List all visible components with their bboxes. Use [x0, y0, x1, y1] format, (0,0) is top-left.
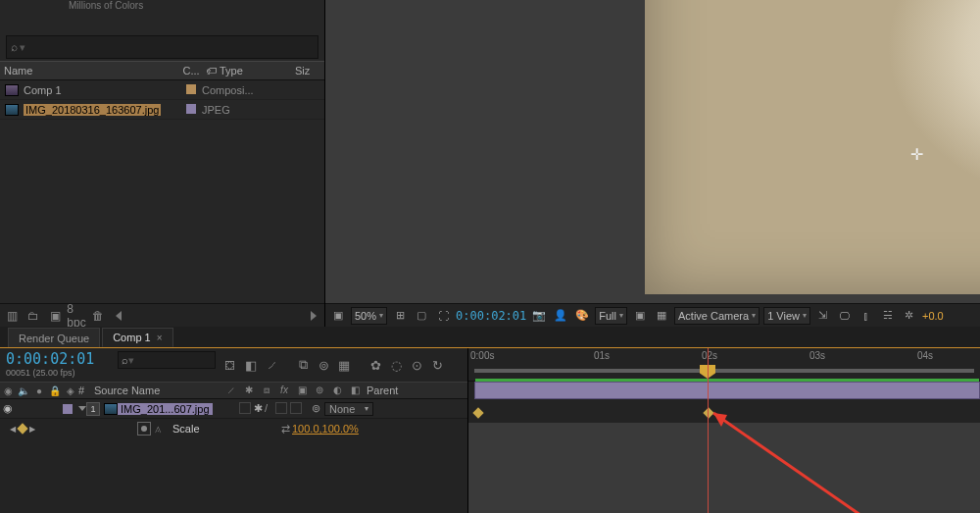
project-items-list[interactable]: Comp 1 Composi... IMG_20180316_163607.jp… [0, 80, 324, 303]
trash-icon[interactable]: 🗑 [90, 308, 106, 324]
layer-row[interactable]: ◉ 1 IMG_201...607.jpg ✱ / ⊚ None▾ [0, 399, 467, 419]
new-comp-icon[interactable]: ▣ [47, 308, 63, 324]
exposure-button[interactable]: +0.0 [922, 307, 944, 325]
draft3d-icon[interactable]: ◧ [242, 356, 260, 374]
property-row-scale[interactable]: ◀▶ ⟑ Scale ⇄ 100.0,100.0% [0, 419, 467, 438]
brainstorm-icon[interactable]: ✿ [367, 356, 384, 374]
fast-preview-icon[interactable]: ⫿ [858, 307, 875, 325]
new-folder-icon[interactable]: 🗀 [25, 308, 41, 324]
roi-icon[interactable]: ⛶ [434, 307, 452, 325]
search-icon: ⌕ [122, 354, 128, 366]
project-item-image[interactable]: IMG_20180316_163607.jpg JPEG [0, 100, 324, 120]
timeline-timecode[interactable]: 0:00:02:01 00051 (25.00 fps) [0, 348, 118, 382]
flowchart-icon[interactable]: ✲ [901, 307, 918, 325]
lock-column-icon[interactable]: 🔒 [47, 385, 63, 396]
col-size[interactable]: Siz [295, 65, 320, 77]
camera-dropdown[interactable]: Active Camera▾ [674, 307, 760, 325]
tab-render-queue[interactable]: Render Queue [8, 328, 100, 347]
project-columns-header[interactable]: Name C... 🏷 Type Siz [0, 61, 324, 80]
current-time-indicator[interactable] [708, 348, 709, 513]
frame-blend-icon[interactable]: ⧉ [294, 356, 312, 374]
timeline-panel: Render Queue Comp 1× 0:00:02:01 00051 (2… [0, 327, 980, 513]
views-dropdown[interactable]: 1 View▾ [763, 307, 810, 325]
timeline-search[interactable]: ⌕▾ [118, 351, 216, 369]
switch-shy[interactable] [239, 402, 251, 414]
label-swatch[interactable] [186, 104, 196, 114]
expression-toggle-icon[interactable]: ⟑ [155, 423, 167, 435]
close-tab-icon[interactable]: × [157, 333, 163, 343]
col-comment[interactable]: C... [180, 65, 202, 77]
parent-dropdown[interactable]: None▾ [324, 402, 373, 416]
layer-duration-bar[interactable] [474, 382, 980, 399]
show-channel-icon[interactable]: 👤 [552, 307, 569, 325]
constrain-proportions-icon[interactable]: ⇄ [278, 423, 292, 436]
project-search[interactable]: ⌕ ▾ [6, 35, 318, 59]
time-ruler[interactable]: 0:00s 01s 02s 03s 04s [468, 348, 980, 382]
timeline-tools: ⛋ ◧ ⟋ ⧉ ⊚ ▦ ✿ ◌ ⊙ ↻ [216, 348, 467, 382]
viewer-canvas[interactable]: ✛ [325, 0, 980, 303]
stopwatch-icon[interactable] [137, 422, 151, 436]
timeline-columns-header: ◉ 🔈 ● 🔒 ◈ # Source Name ⟋ ✱⧈ fx ▣⊚ ◐◧ Pa… [0, 382, 467, 399]
always-preview-icon[interactable]: ▣ [329, 307, 347, 325]
mask-toggle-icon[interactable]: ▢ [413, 307, 430, 325]
bpc-button[interactable]: 8 bpc [69, 308, 84, 324]
resolution-dropdown[interactable]: Full▾ [595, 307, 627, 325]
shy-icon[interactable]: ⟋ [263, 356, 280, 374]
pixel-grid-icon[interactable]: ▦ [653, 307, 670, 325]
eye-column-icon[interactable]: ◉ [0, 385, 16, 396]
parent-column[interactable]: Parent [367, 385, 410, 396]
work-area-bar[interactable] [474, 369, 974, 373]
interpret-footage-icon[interactable]: ▥ [4, 308, 20, 324]
keyframe-icon[interactable] [472, 407, 483, 418]
timeline-layer-area: 0:00:02:01 00051 (25.00 fps) ⌕▾ ⛋ ◧ ⟋ ⧉ … [0, 348, 468, 513]
keyframe-navigator[interactable]: ◀▶ [0, 425, 45, 434]
tag-icon[interactable]: 🏷 [202, 65, 220, 77]
share-view-icon[interactable]: ⇲ [814, 307, 832, 325]
motion-blur-icon[interactable]: ⊚ [315, 356, 332, 374]
scroll-left-icon[interactable] [116, 311, 122, 321]
project-hscroll[interactable] [112, 311, 320, 321]
property-value[interactable]: 100.0,100.0% [292, 423, 359, 435]
project-item-comp[interactable]: Comp 1 Composi... [0, 80, 324, 100]
label-column-icon[interactable]: ◈ [63, 385, 78, 396]
comp-mini-flowchart-icon[interactable]: ⛋ [221, 356, 239, 374]
zoom-dropdown[interactable]: 50%▾ [351, 307, 387, 325]
number-column[interactable]: # [78, 385, 92, 396]
auto-keyframe-icon[interactable]: ◌ [387, 356, 405, 374]
col-name[interactable]: Name [4, 65, 180, 77]
layer-name[interactable]: IMG_201...607.jpg [118, 403, 235, 415]
live-update-icon[interactable]: ↻ [428, 356, 446, 374]
image-icon [104, 403, 118, 415]
speaker-column-icon[interactable]: 🔈 [16, 385, 31, 396]
timeline-track-area[interactable]: 0:00s 01s 02s 03s 04s [468, 348, 980, 513]
keyframe-track[interactable] [468, 403, 980, 423]
color-mgmt-icon[interactable]: 🎨 [573, 307, 591, 325]
twirl-down-icon[interactable] [78, 406, 86, 411]
viewer-timecode[interactable]: 0:00:02:01 [456, 307, 526, 325]
grid-icon[interactable]: ⊞ [391, 307, 409, 325]
snap-icon[interactable]: ⊙ [408, 356, 425, 374]
project-footer: ▥ 🗀 ▣ 8 bpc 🗑 [0, 303, 324, 327]
solo-column-icon[interactable]: ● [31, 385, 47, 396]
monitor-icon[interactable]: 🖵 [836, 307, 854, 325]
viewer-footer: ▣ 50%▾ ⊞ ▢ ⛶ 0:00:02:01 📷 👤 🎨 Full▾ ▣ ▦ … [325, 303, 980, 327]
transparency-grid-icon[interactable]: ▣ [631, 307, 649, 325]
tab-comp[interactable]: Comp 1× [102, 328, 172, 347]
timeline-icon[interactable]: ☵ [879, 307, 897, 325]
snapshot-icon[interactable]: 📷 [530, 307, 548, 325]
switch-shy-icon[interactable]: ⟋ [223, 385, 239, 396]
keyframe-diamond-icon[interactable] [17, 423, 27, 434]
pickwhip-icon[interactable]: ⊚ [312, 402, 320, 415]
scroll-right-icon[interactable] [311, 311, 317, 321]
anchor-point-icon: ✛ [910, 145, 923, 164]
source-name-column[interactable]: Source Name [92, 385, 220, 396]
composition-icon [5, 84, 19, 96]
label-swatch[interactable] [186, 84, 196, 94]
col-type[interactable]: Type [220, 65, 295, 77]
image-icon [5, 104, 19, 116]
eye-toggle[interactable]: ◉ [0, 402, 16, 415]
property-name: Scale [171, 423, 278, 435]
graph-editor-icon[interactable]: ▦ [335, 356, 353, 374]
keyframe-icon[interactable] [703, 407, 713, 418]
layer-label-swatch[interactable] [63, 404, 73, 414]
